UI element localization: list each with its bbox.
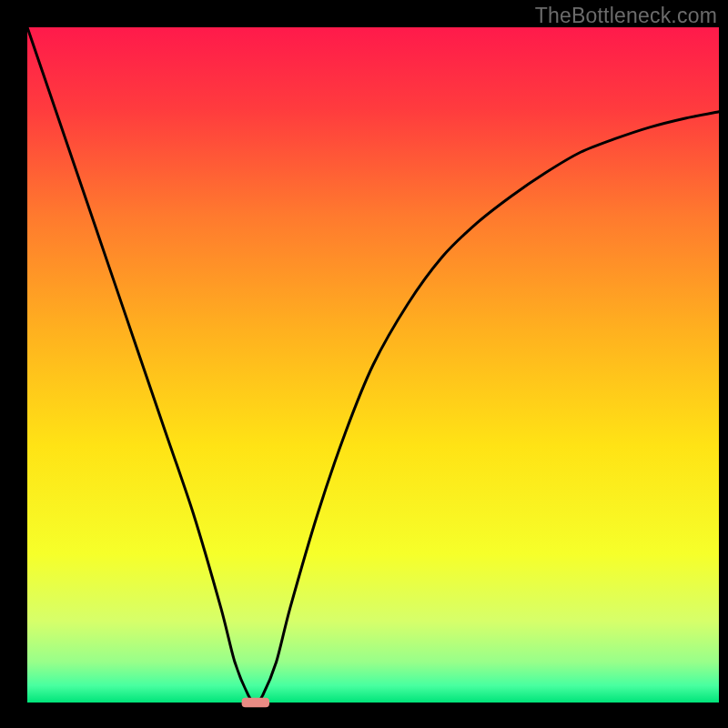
chart-svg — [0, 0, 728, 728]
chart-frame: { "watermark": "TheBottleneck.com", "cha… — [0, 0, 728, 728]
min-marker — [242, 698, 269, 707]
watermark-text: TheBottleneck.com — [535, 4, 717, 28]
